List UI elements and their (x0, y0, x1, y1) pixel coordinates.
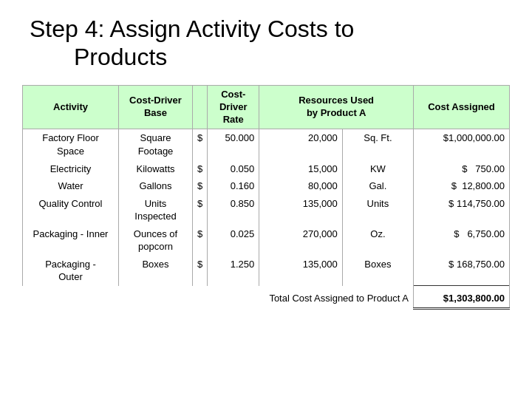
table-row: Factory FloorSpace SquareFootage $ 50.00… (23, 129, 510, 160)
col-cost-assigned: Cost Assigned (414, 85, 510, 129)
col-resources-qty: Resources Usedby Product A (259, 85, 414, 129)
table-row: Packaging - Inner Ounces ofpopcorn $ 0.0… (23, 225, 510, 256)
table-row: Quality Control UnitsInspected $ 0.850 1… (23, 195, 510, 225)
table-row: Water Gallons $ 0.160 80,000 Gal. $ 12,8… (23, 177, 510, 195)
col-driver-base: Cost-DriverBase (119, 85, 193, 129)
table-row: Packaging -Outer Boxes $ 1.250 135,000 B… (23, 256, 510, 286)
cost-table-wrapper: Activity Cost-DriverBase Cost-DriverRate… (22, 85, 510, 384)
table-row: Electricity Kilowatts $ 0.050 15,000 KW … (23, 160, 510, 178)
page-title: Step 4: Assign Activity Costs to Product… (22, 15, 510, 72)
page: Step 4: Assign Activity Costs to Product… (0, 0, 532, 399)
total-row: Total Cost Assigned to Product A $1,303,… (23, 286, 510, 309)
col-driver-rate: Cost-DriverRate (208, 85, 259, 129)
col-driver-rate-dollar (193, 85, 208, 129)
col-activity: Activity (23, 85, 119, 129)
cost-table: Activity Cost-DriverBase Cost-DriverRate… (22, 85, 510, 310)
